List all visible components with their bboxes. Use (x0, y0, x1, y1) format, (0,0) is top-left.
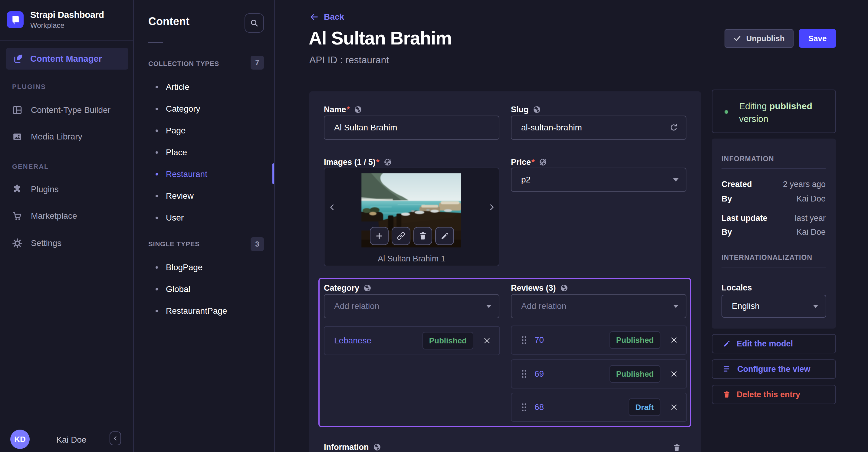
status-badge: Published (610, 331, 660, 349)
subnav-item-page[interactable]: Page (156, 123, 186, 138)
name-label: Name* (324, 105, 362, 114)
subnav-item-restaurantpage[interactable]: RestaurantPage (156, 304, 227, 318)
information-card: INFORMATION Created 2 years ago By Kai D… (712, 138, 836, 329)
subnav-item-article[interactable]: Article (156, 80, 189, 94)
app-title: Strapi Dashboard (30, 10, 104, 20)
relation-link[interactable]: 68 (534, 402, 544, 412)
editing-status-text: Editing published version (739, 100, 827, 125)
remove-relation-button[interactable] (670, 336, 678, 344)
page-title: Al Sultan Brahim (309, 28, 452, 49)
plus-icon (375, 231, 384, 240)
chevron-right-icon (488, 203, 496, 211)
trash-icon (723, 391, 731, 398)
price-label: Price* (511, 158, 547, 166)
information-title: INFORMATION (721, 155, 774, 163)
divider (721, 168, 826, 169)
status-badge: Published (423, 332, 473, 349)
relation-link[interactable]: 69 (534, 369, 544, 379)
caret-down-icon (813, 305, 818, 308)
trash-icon (673, 444, 681, 452)
created-label: Created (721, 180, 752, 189)
carousel-prev-button[interactable] (328, 203, 336, 211)
sidebar-item-marketplace[interactable]: Marketplace (12, 209, 77, 223)
pencil-icon (723, 340, 731, 348)
subnav-item-global[interactable]: Global (156, 282, 190, 296)
regenerate-slug-button[interactable] (669, 123, 679, 132)
check-icon (733, 34, 741, 42)
search-button[interactable] (245, 13, 264, 33)
workspace-name: Workplace (30, 21, 104, 30)
caret-down-icon (673, 305, 679, 308)
collapse-sidebar-button[interactable] (110, 431, 121, 445)
subnav-item-user[interactable]: User (156, 211, 184, 225)
relation-link[interactable]: Lebanese (334, 336, 371, 346)
review-relation-item: 68 Draft (511, 393, 687, 422)
globe-icon (354, 105, 362, 114)
sidebar-section-general: GENERAL (12, 163, 49, 171)
subnav-item-review[interactable]: Review (156, 189, 194, 203)
globe-icon (560, 284, 568, 292)
single-types-label: SINGLE TYPES (148, 240, 200, 248)
image-caption: Al Sultan Brahim 1 (324, 254, 499, 263)
link-icon (397, 231, 406, 240)
close-x-icon (670, 336, 678, 344)
copy-link-button[interactable] (392, 227, 410, 245)
unpublish-button[interactable]: Unpublish (724, 29, 794, 48)
slug-input[interactable]: al-sultan-brahim (511, 116, 686, 140)
strapi-logo-icon (7, 11, 24, 28)
refresh-icon (669, 123, 679, 132)
category-add-relation-select[interactable]: Add relation (324, 294, 499, 318)
marketplace-icon (12, 211, 22, 221)
reviews-label: Reviews (3) (511, 284, 568, 292)
workspace-brand[interactable]: Strapi Dashboard Workplace (7, 10, 104, 30)
globe-icon (364, 284, 371, 292)
globe-icon (373, 443, 381, 451)
back-link[interactable]: Back (309, 12, 344, 22)
delete-image-button[interactable] (413, 227, 432, 245)
configure-list-icon (723, 365, 731, 373)
plugins-icon (12, 184, 22, 195)
remove-relation-button[interactable] (670, 370, 678, 378)
user-name: Kai Doe (56, 435, 87, 445)
carousel-next-button[interactable] (488, 203, 496, 211)
sidebar-item-content-type-builder[interactable]: Content-Type Builder (12, 103, 111, 118)
divider (0, 40, 133, 40)
sidebar-item-plugins[interactable]: Plugins (12, 182, 59, 197)
strapi-dashboard: Strapi Dashboard Workplace Content Manag… (0, 0, 868, 452)
updated-by-value: Kai Doe (797, 227, 826, 237)
avatar[interactable]: KD (10, 430, 30, 449)
edit-image-button[interactable] (435, 227, 454, 245)
pencil-icon (440, 231, 449, 240)
reviews-add-relation-select[interactable]: Add relation (511, 294, 686, 318)
sidebar-section-plugins: PLUGINS (12, 83, 46, 91)
sidebar-item-settings[interactable]: Settings (12, 236, 61, 251)
drag-handle-icon[interactable] (521, 369, 527, 379)
save-button[interactable]: Save (799, 29, 836, 48)
subnav-item-restaurant[interactable]: Restaurant (156, 167, 207, 182)
subnav-item-category[interactable]: Category (156, 102, 200, 116)
add-image-button[interactable] (370, 227, 389, 245)
edit-model-button[interactable]: Edit the model (712, 334, 836, 353)
drag-handle-icon[interactable] (521, 335, 527, 345)
configure-view-button[interactable]: Configure the view (712, 359, 836, 379)
name-input[interactable]: Al Sultan Brahim (324, 116, 499, 140)
subnav-item-place[interactable]: Place (156, 145, 187, 160)
locale-select[interactable]: English (721, 295, 826, 318)
divider (148, 42, 163, 43)
main-content: Back Al Sultan Brahim API ID : restauran… (274, 0, 868, 452)
relation-link[interactable]: 70 (534, 335, 544, 345)
sidebar-item-content-manager[interactable]: Content Manager (6, 48, 128, 70)
sidebar-item-media-library[interactable]: Media Library (12, 129, 82, 144)
subnav-item-blogpage[interactable]: BlogPage (156, 260, 203, 275)
remove-relation-button[interactable] (483, 337, 491, 345)
drag-handle-icon[interactable] (521, 403, 527, 412)
chevron-left-icon (112, 435, 118, 442)
delete-component-button[interactable] (673, 444, 681, 452)
price-select[interactable]: p2 (511, 168, 686, 192)
status-badge: Published (610, 365, 660, 383)
close-x-icon (670, 403, 678, 411)
remove-relation-button[interactable] (670, 403, 678, 411)
back-arrow-icon (309, 12, 319, 22)
delete-entry-button[interactable]: Delete this entry (712, 385, 836, 404)
single-types-count: 3 (251, 237, 264, 251)
